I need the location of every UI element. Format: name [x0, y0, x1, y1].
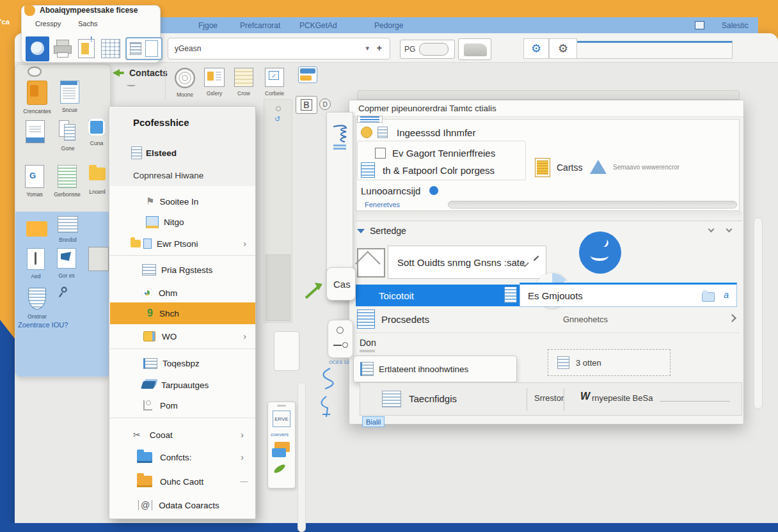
left-grid-item-aed[interactable]: Aed — [23, 248, 49, 279]
menu-item-label: Pom — [160, 401, 178, 411]
file-tab[interactable]: Ertlateent ihnoohwtines — [353, 356, 517, 382]
erve-box[interactable]: ERVE — [273, 411, 290, 427]
search-box[interactable]: yGeasn ▾ + — [168, 38, 390, 59]
menu-item-confcts[interactable]: Confcts: › — [110, 447, 255, 467]
ribbon-item-corbeie[interactable]: ✓ Corbeie — [261, 68, 288, 97]
horizontal-scrollbar[interactable] — [448, 201, 737, 208]
menu-item-label: Sooitee In — [159, 197, 198, 207]
left-grid-item-cuna[interactable]: Cuna — [84, 119, 109, 146]
settings-button-secondary[interactable]: ⚙ — [549, 38, 577, 59]
menu-item-ewr-ptsoni[interactable]: Ewr Ptsoni › — [110, 235, 255, 253]
tall-white-strip[interactable] — [298, 382, 306, 532]
dotted-button[interactable]: 3 otten — [548, 349, 671, 376]
doc-blue-base-icon[interactable] — [26, 120, 45, 143]
menu-item-wo[interactable]: WO › — [110, 327, 255, 346]
cartss-label: Cartss — [557, 162, 582, 173]
menu-item-ohm[interactable]: Ohm — [110, 283, 255, 302]
tab-b[interactable]: B — [296, 96, 317, 114]
doodle-lines — [311, 366, 349, 436]
big-folder-icon[interactable] — [24, 215, 49, 238]
calendar-icon[interactable] — [101, 39, 120, 58]
bialil-chip[interactable]: Bialil — [362, 416, 385, 427]
menu-item-toqesbpz[interactable]: Toqesbpz — [110, 354, 255, 373]
luno-row[interactable]: Lunooarncsijd — [361, 184, 438, 197]
left-grid-item-yomas[interactable]: G Yomas — [18, 165, 51, 198]
avatar-circle — [579, 231, 621, 274]
section-label: Sertedge — [370, 226, 406, 236]
text-input[interactable]: Es Gmjouots a — [520, 283, 737, 307]
semaavo-item[interactable]: Semaavo wwwerencror — [590, 159, 679, 175]
search-go-icon[interactable]: + — [377, 43, 382, 53]
picture-button[interactable] — [458, 38, 491, 60]
settings-button[interactable]: ⚙ — [523, 38, 549, 59]
feneretves-link[interactable]: Feneretves — [365, 201, 400, 208]
right-edge-strip[interactable] — [754, 217, 763, 409]
menubar-right-item[interactable]: Salestic — [722, 21, 749, 30]
left-grid-item-onstnar[interactable]: Onstnar — [19, 288, 55, 320]
ribbon-item-crow[interactable]: Crow — [230, 68, 257, 97]
ribbon-extra-icon[interactable] — [298, 66, 317, 83]
left-grid-item-gone[interactable]: Gone — [52, 120, 83, 152]
menubar-item[interactable]: Fjgoe — [198, 21, 218, 30]
section-header[interactable]: Sertedge — [357, 225, 406, 237]
menubar-item[interactable]: Prefcarrorat — [240, 21, 280, 30]
cartss-item[interactable]: Cartss — [535, 160, 582, 175]
menu-item-sooitee[interactable]: ⚑ Sooitee In — [110, 192, 255, 210]
checkbox-icon — [375, 148, 386, 159]
reading-pane-button[interactable] — [125, 37, 163, 60]
dialog-mini-tab[interactable] — [357, 116, 383, 123]
menu-item-nitgo[interactable]: Nitgo — [110, 213, 255, 231]
menu-item-pom[interactable]: Pom — [110, 397, 255, 414]
card-tab[interactable]: Cresspy — [35, 20, 61, 27]
menu-item-shch[interactable]: 9 Shch — [110, 302, 255, 324]
shield-icon — [28, 288, 46, 309]
search-dropdown-icon[interactable]: ▾ — [365, 44, 369, 52]
document-icon[interactable]: ! — [78, 39, 95, 58]
menubar-item[interactable]: PCKGetAd — [299, 21, 337, 30]
smile-eye — [599, 238, 610, 248]
mini-folder-chip[interactable] — [274, 331, 299, 371]
left-grid-item-lnoenl[interactable]: Lnoenl — [84, 165, 110, 195]
left-grid-item-sncue[interactable]: Sncue — [54, 81, 85, 113]
input-folder-icon[interactable] — [702, 292, 715, 302]
pg-button-group[interactable]: PG — [400, 40, 455, 59]
menu-item-tarpuautges[interactable]: Tarpuautges — [110, 375, 255, 395]
menu-item-odata[interactable]: @ Odata Coaracts — [110, 496, 255, 515]
menu-item-elsteed[interactable]: Elsteed — [110, 144, 255, 162]
srrestor-button[interactable]: Srrestor — [534, 393, 564, 403]
ribbon-item-moone[interactable]: Moone — [171, 68, 198, 98]
menu-dash: — — [240, 477, 248, 486]
dialog-list-row-3[interactable]: th & Fatpoorl Colr porgess — [361, 162, 495, 178]
ribbon-item-label: Gslery — [201, 90, 228, 97]
dialog-list-row-2[interactable]: Ev Gagort Tennierffreies — [375, 146, 495, 160]
menu-item-ouhc[interactable]: Ouhc Caott — — [110, 471, 255, 492]
left-grid-item-gerbonsse[interactable]: Gerbonsse — [50, 165, 84, 198]
left-grid-item-breobd[interactable]: Breobd — [52, 216, 83, 243]
home-button[interactable] — [26, 36, 49, 61]
menubar-item[interactable]: Pedorge — [374, 21, 403, 30]
combo-box[interactable]: Sott Ouidts snmg Gnsns :sate — [388, 246, 546, 279]
printer-icon[interactable] — [54, 40, 72, 58]
left-grid-item-crencantes[interactable]: Crencantes — [19, 81, 55, 114]
menu-item-label: Ouhc Caott — [160, 477, 203, 487]
erve-panel-handle — [277, 405, 286, 407]
menu-item-copnresal[interactable]: Copnresal Hiwane — [110, 167, 255, 184]
menu-item-cooat[interactable]: ✂ Cooat › — [110, 425, 255, 444]
window-icon[interactable] — [695, 21, 704, 29]
menu-item-pria[interactable]: Pria Rgstests — [110, 260, 255, 279]
dialog-list-row-1[interactable]: Ingeesssd Ihnmfer — [361, 125, 475, 139]
bulb-icon — [361, 127, 372, 138]
back-nav[interactable]: Contacts — [113, 68, 168, 78]
badge-d[interactable]: D — [319, 98, 331, 110]
radio-panel[interactable] — [328, 320, 353, 358]
left-grid-item-gores[interactable]: Gor es — [51, 248, 82, 279]
cas-tab[interactable]: Cas — [326, 267, 356, 301]
ribbon-item-gslery[interactable]: Gslery — [201, 68, 228, 97]
text-input-value: Es Gmjouots — [528, 290, 583, 301]
back-arrow-tail — [120, 72, 124, 74]
procsedets-row[interactable]: Procsedets — [357, 309, 429, 329]
card-tab[interactable]: Sachs — [78, 20, 98, 27]
notes-icon — [234, 68, 253, 87]
dialog-titlebar[interactable]: Copmer pipeunorerdrai Tamtc ctialis — [349, 100, 743, 117]
bottom-taskbar[interactable] — [0, 523, 778, 532]
